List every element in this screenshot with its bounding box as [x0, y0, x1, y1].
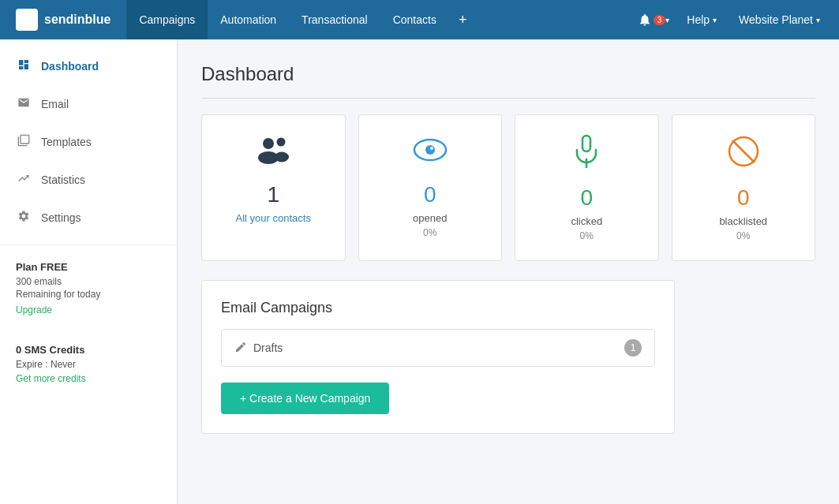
- bell-chevron: ▾: [665, 16, 669, 24]
- sidebar-item-settings[interactable]: Settings: [0, 199, 177, 237]
- sms-title: 0 SMS Credits: [16, 344, 161, 356]
- email-icon: [16, 96, 32, 112]
- clicked-percent: 0%: [580, 230, 594, 241]
- svg-point-9: [430, 147, 433, 150]
- sms-expire: Expire : Never: [16, 359, 161, 370]
- opened-label: opened: [413, 212, 447, 224]
- nav-right: 3 ▾ Help ▾ Website Planet ▾: [631, 0, 831, 39]
- notifications-button[interactable]: 3 ▾: [631, 13, 676, 27]
- sidebar-item-statistics[interactable]: Statistics: [0, 161, 177, 199]
- sidebar-sms: 0 SMS Credits Expire : Never Get more cr…: [0, 331, 177, 397]
- stat-cards: 1 All your contacts 0 opened 0%: [201, 114, 815, 261]
- blacklisted-number: 0: [737, 185, 750, 211]
- eye-icon: [411, 134, 449, 173]
- drafts-label: Drafts: [253, 342, 283, 354]
- svg-rect-10: [582, 136, 590, 151]
- drafts-count-badge: 1: [624, 339, 642, 357]
- drafts-left: Drafts: [234, 341, 283, 356]
- contacts-icon: [254, 134, 292, 173]
- clicked-number: 0: [580, 185, 593, 211]
- help-menu[interactable]: Help ▾: [676, 0, 728, 39]
- svg-line-13: [732, 140, 755, 162]
- sidebar-label-email: Email: [41, 98, 69, 110]
- opened-percent: 0%: [423, 227, 436, 238]
- opened-number: 0: [424, 182, 436, 207]
- stat-card-opened: 0 opened 0%: [358, 114, 503, 261]
- nav-contacts[interactable]: Contacts: [380, 0, 449, 39]
- sidebar-label-settings: Settings: [41, 211, 81, 224]
- nav-plus-button[interactable]: +: [449, 0, 477, 39]
- sidebar-item-templates[interactable]: Templates: [0, 123, 177, 161]
- logo-icon: [16, 9, 38, 31]
- drafts-row[interactable]: Drafts 1: [221, 329, 655, 367]
- plan-upgrade-link[interactable]: Upgrade: [16, 304, 161, 315]
- contacts-number: 1: [267, 182, 279, 207]
- settings-icon: [16, 210, 32, 226]
- blacklisted-label: blacklisted: [719, 215, 767, 227]
- stat-card-blacklisted: 0 blacklisted 0%: [672, 114, 816, 261]
- campaigns-section: Email Campaigns Drafts 1 + Create a New …: [201, 280, 675, 434]
- sidebar-label-statistics: Statistics: [41, 174, 85, 186]
- layout: Dashboard Email Templates: [0, 39, 839, 504]
- sidebar-plan: Plan FREE 300 emails Remaining for today…: [0, 245, 177, 331]
- plan-title: Plan FREE: [16, 261, 161, 273]
- create-campaign-button[interactable]: + Create a New Campaign: [221, 383, 389, 414]
- brand-name: sendinblue: [44, 13, 110, 27]
- sidebar-item-email[interactable]: Email: [0, 85, 177, 123]
- svg-rect-0: [21, 15, 33, 17]
- svg-point-8: [425, 145, 435, 155]
- account-menu[interactable]: Website Planet ▾: [728, 0, 831, 39]
- stat-card-contacts: 1 All your contacts: [201, 114, 346, 261]
- help-chevron: ▾: [713, 16, 717, 24]
- stat-card-clicked: 0 clicked 0%: [515, 114, 659, 261]
- main-content: Dashboard 1 All your contacts: [178, 39, 839, 504]
- statistics-icon: [16, 172, 32, 188]
- sidebar-item-dashboard[interactable]: Dashboard: [0, 47, 177, 85]
- dashboard-icon: [16, 58, 32, 74]
- blacklisted-percent: 0%: [736, 230, 750, 241]
- clicked-label: clicked: [571, 215, 602, 227]
- page-title: Dashboard: [201, 63, 815, 99]
- svg-rect-1: [21, 19, 28, 21]
- sidebar-label-dashboard: Dashboard: [41, 60, 99, 73]
- account-chevron: ▾: [816, 16, 820, 24]
- svg-point-6: [275, 152, 289, 162]
- click-icon: [571, 134, 602, 176]
- block-icon: [726, 134, 761, 176]
- plan-remaining: Remaining for today: [16, 289, 161, 300]
- drafts-edit-icon: [234, 341, 247, 356]
- nav-automation[interactable]: Automation: [208, 0, 289, 39]
- topnav: sendinblue Campaigns Automation Transact…: [0, 0, 839, 39]
- sidebar-label-templates: Templates: [41, 136, 92, 148]
- sidebar: Dashboard Email Templates: [0, 39, 178, 504]
- svg-point-3: [263, 138, 274, 149]
- svg-rect-2: [21, 23, 31, 25]
- templates-icon: [16, 134, 32, 150]
- plan-emails: 300 emails: [16, 276, 161, 287]
- campaigns-title: Email Campaigns: [221, 300, 655, 316]
- svg-point-4: [277, 138, 286, 147]
- contacts-label: All your contacts: [236, 212, 311, 224]
- nav-transactional[interactable]: Transactional: [289, 0, 380, 39]
- nav-campaigns[interactable]: Campaigns: [126, 0, 208, 39]
- logo[interactable]: sendinblue: [8, 9, 118, 31]
- bell-badge: 3: [654, 15, 666, 25]
- sms-more-link[interactable]: Get more credits: [16, 373, 161, 384]
